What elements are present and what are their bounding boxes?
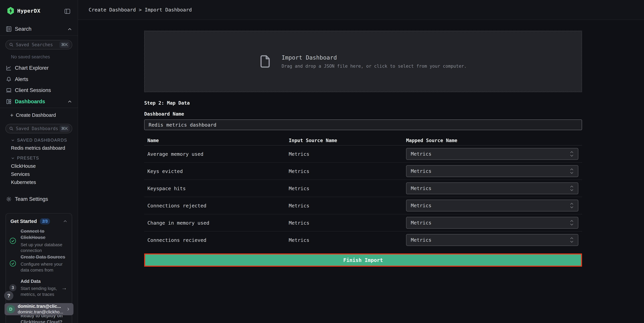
plus-icon: + <box>10 112 14 118</box>
create-dashboard-button[interactable]: + Create Dashboard <box>10 112 56 118</box>
chevron-up-icon[interactable] <box>62 219 68 224</box>
column-header-mapped-source: Mapped Source Name <box>406 138 457 143</box>
sidebar-item-label: Alerts <box>15 76 28 82</box>
finish-import-button[interactable]: Finish Import <box>145 255 581 266</box>
bell-icon <box>6 76 12 82</box>
annotation-highlight-frame: Finish Import <box>144 254 582 267</box>
search-icon <box>9 42 14 47</box>
row-name: Keys evicted <box>148 163 183 180</box>
sidebar-item-team-settings[interactable]: Team Settings <box>0 195 78 203</box>
sidebar-item-chart-explorer[interactable]: Chart Explorer <box>0 64 78 72</box>
sidebar: HyperDX Search ⌘K No saved searches Char… <box>0 0 78 323</box>
row-input-source: Metrics <box>289 214 309 232</box>
dashboard-name-label: Dashboard Name <box>144 111 184 117</box>
mapped-source-select[interactable]: Metrics <box>406 148 578 160</box>
table-row: Keys evicted Metrics Metrics <box>144 163 582 180</box>
mapped-source-select[interactable]: Metrics <box>406 165 578 177</box>
preset-item-kubernetes[interactable]: Kubernetes <box>11 180 36 185</box>
sidebar-item-dashboards[interactable]: Dashboards <box>0 98 78 105</box>
get-started-item-connect[interactable]: Connect to ClickHouse Set up your databa… <box>9 228 70 253</box>
saved-searches-input[interactable] <box>14 42 60 47</box>
table-row: Keyspace hits Metrics Metrics <box>144 180 582 197</box>
user-email: dominic.tran@clickho... <box>18 309 66 315</box>
question-mark-icon: ? <box>7 293 10 299</box>
group-header-label: SAVED DASHBOARDS <box>17 138 67 143</box>
app-logo[interactable]: HyperDX <box>7 6 40 15</box>
sidebar-divider <box>0 35 78 36</box>
column-header-input-source: Input Source Name <box>289 138 337 143</box>
row-name: Connections rejected <box>148 197 206 214</box>
user-account-button[interactable]: D dominic.tran@clic... dominic.tran@clic… <box>4 303 74 315</box>
select-value: Metrics <box>411 220 432 226</box>
row-input-source: Metrics <box>289 180 309 197</box>
no-saved-searches-note: No saved searches <box>11 54 50 59</box>
table-row: Connections rejected Metrics Metrics <box>144 197 582 214</box>
row-input-source: Metrics <box>289 145 309 163</box>
user-name: dominic.tran@clic... <box>18 304 66 309</box>
up-down-chevrons-icon <box>568 150 575 158</box>
get-started-item-subtitle: Set up your database connection <box>20 242 68 254</box>
search-section-icon <box>6 26 12 32</box>
table-row: Connections recieved Metrics Metrics <box>144 232 582 249</box>
dashboards-icon <box>6 98 12 105</box>
main-content: Import Dashboard Drag and drop a JSON fi… <box>144 20 582 323</box>
up-down-chevrons-icon <box>568 219 575 227</box>
sidebar-collapse-icon[interactable] <box>64 8 71 15</box>
import-dropzone[interactable]: Import Dashboard Drag and drop a JSON fi… <box>144 31 582 92</box>
get-started-item-subtitle: Start sending logs, metrics, or traces <box>20 286 68 297</box>
select-value: Metrics <box>411 185 432 191</box>
get-started-item-sources[interactable]: Create Data Sources Configure where your… <box>9 254 70 273</box>
row-name: Connections recieved <box>148 232 206 249</box>
chevron-down-icon <box>11 156 15 160</box>
chevron-down-icon <box>11 138 15 142</box>
saved-dashboards-search[interactable]: ⌘K <box>6 124 72 133</box>
sidebar-divider <box>0 108 78 108</box>
laptop-icon <box>6 87 12 93</box>
table-row: Average memory used Metrics Metrics <box>144 145 582 163</box>
sidebar-item-label: Dashboards <box>15 99 45 105</box>
select-value: Metrics <box>411 151 432 157</box>
sidebar-section-search[interactable]: Search <box>0 25 78 33</box>
get-started-item-title: Add Data <box>20 278 68 285</box>
saved-dashboards-input[interactable] <box>14 126 60 131</box>
search-icon <box>9 126 14 131</box>
saved-dashboards-group-header[interactable]: SAVED DASHBOARDS <box>11 138 67 143</box>
mapped-source-select[interactable]: Metrics <box>406 182 578 194</box>
saved-searches-search[interactable]: ⌘K <box>6 40 72 49</box>
step-label: Step 2: Map Data <box>144 100 190 106</box>
table-header-row: Name Input Source Name Mapped Source Nam… <box>144 138 582 145</box>
get-started-item-add-data[interactable]: 3 Add Data Start sending logs, metrics, … <box>9 278 70 297</box>
shortcut-badge: ⌘K <box>60 41 70 48</box>
row-name: Average memory used <box>148 145 204 163</box>
help-button[interactable]: ? <box>4 291 13 300</box>
shortcut-badge: ⌘K <box>60 125 70 132</box>
search-section-label: Search <box>15 26 32 32</box>
preset-item-clickhouse[interactable]: ClickHouse <box>11 163 36 169</box>
app-title: HyperDX <box>17 8 40 14</box>
row-name: Change in memory used <box>148 214 210 232</box>
row-input-source: Metrics <box>289 232 309 249</box>
up-down-chevrons-icon <box>568 236 575 244</box>
mapped-source-select[interactable]: Metrics <box>406 234 578 246</box>
group-header-label: PRESETS <box>17 156 39 160</box>
chart-explorer-icon <box>6 65 12 71</box>
mapped-source-select[interactable]: Metrics <box>406 217 578 229</box>
mapped-source-select[interactable]: Metrics <box>406 200 578 211</box>
chevron-up-icon[interactable] <box>67 26 72 32</box>
chevron-right-icon <box>66 307 71 312</box>
saved-dashboard-item-redis[interactable]: Redis metrics dashboard <box>11 145 65 151</box>
up-down-chevrons-icon <box>568 202 575 209</box>
check-circle-icon <box>9 237 16 244</box>
sidebar-item-alerts[interactable]: Alerts <box>0 76 78 83</box>
chevron-up-icon[interactable] <box>67 99 72 104</box>
sidebar-item-client-sessions[interactable]: Client Sessions <box>0 87 78 94</box>
preset-item-services[interactable]: Services <box>11 171 30 177</box>
presets-group-header[interactable]: PRESETS <box>11 156 39 160</box>
sidebar-item-label: Chart Explorer <box>15 65 49 71</box>
breadcrumb: Create Dashboard > Import Dashboard <box>89 7 192 13</box>
file-icon <box>260 54 270 68</box>
arrow-right-icon[interactable]: → <box>61 284 67 291</box>
dashboard-name-input[interactable] <box>144 119 582 130</box>
avatar: D <box>6 305 15 313</box>
dropzone-subtitle: Drag and drop a JSON file here, or click… <box>282 64 467 69</box>
